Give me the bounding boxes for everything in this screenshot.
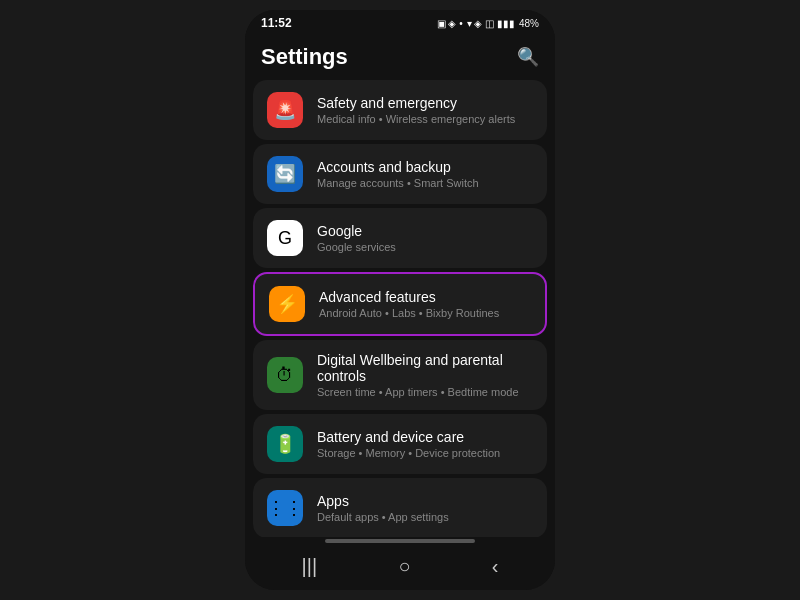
safety-subtitle: Medical info • Wireless emergency alerts: [317, 113, 533, 125]
search-icon[interactable]: 🔍: [517, 46, 539, 68]
advanced-icon: ⚡: [269, 286, 305, 322]
back-button[interactable]: ‹: [492, 555, 499, 578]
connectivity-icons: ▾ ◈ ◫ ▮▮▮: [467, 18, 515, 29]
wellbeing-subtitle: Screen time • App timers • Bedtime mode: [317, 386, 533, 398]
settings-list: 🚨Safety and emergencyMedical info • Wire…: [245, 76, 555, 537]
battery-text: Battery and device careStorage • Memory …: [317, 429, 533, 459]
battery-icon: 🔋: [267, 426, 303, 462]
status-time: 11:52: [261, 16, 292, 30]
recents-button[interactable]: |||: [302, 555, 318, 578]
accounts-subtitle: Manage accounts • Smart Switch: [317, 177, 533, 189]
advanced-text: Advanced featuresAndroid Auto • Labs • B…: [319, 289, 531, 319]
google-title: Google: [317, 223, 533, 239]
apps-icon: ⋮⋮: [267, 490, 303, 526]
home-button[interactable]: ○: [398, 555, 410, 578]
apps-title: Apps: [317, 493, 533, 509]
battery-subtitle: Storage • Memory • Device protection: [317, 447, 533, 459]
advanced-subtitle: Android Auto • Labs • Bixby Routines: [319, 307, 531, 319]
safety-text: Safety and emergencyMedical info • Wirel…: [317, 95, 533, 125]
page-title: Settings: [261, 44, 348, 70]
wellbeing-text: Digital Wellbeing and parental controlsS…: [317, 352, 533, 398]
apps-subtitle: Default apps • App settings: [317, 511, 533, 523]
settings-item-google[interactable]: GGoogleGoogle services: [253, 208, 547, 268]
battery-icon: 48%: [519, 18, 539, 29]
app-header: Settings 🔍: [245, 34, 555, 76]
settings-item-advanced[interactable]: ⚡Advanced featuresAndroid Auto • Labs • …: [253, 272, 547, 336]
safety-icon: 🚨: [267, 92, 303, 128]
settings-item-safety[interactable]: 🚨Safety and emergencyMedical info • Wire…: [253, 80, 547, 140]
google-text: GoogleGoogle services: [317, 223, 533, 253]
bottom-nav: ||| ○ ‹: [245, 547, 555, 590]
settings-item-apps[interactable]: ⋮⋮AppsDefault apps • App settings: [253, 478, 547, 537]
phone-frame: 11:52 ▣ ◈ • ▾ ◈ ◫ ▮▮▮ 48% Settings 🔍 🚨Sa…: [245, 10, 555, 590]
google-icon: G: [267, 220, 303, 256]
google-subtitle: Google services: [317, 241, 533, 253]
wellbeing-title: Digital Wellbeing and parental controls: [317, 352, 533, 384]
settings-item-accounts[interactable]: 🔄Accounts and backupManage accounts • Sm…: [253, 144, 547, 204]
status-icons: ▣ ◈ • ▾ ◈ ◫ ▮▮▮ 48%: [437, 18, 539, 29]
accounts-icon: 🔄: [267, 156, 303, 192]
status-bar: 11:52 ▣ ◈ • ▾ ◈ ◫ ▮▮▮ 48%: [245, 10, 555, 34]
settings-item-battery[interactable]: 🔋Battery and device careStorage • Memory…: [253, 414, 547, 474]
scroll-indicator: [325, 539, 475, 543]
safety-title: Safety and emergency: [317, 95, 533, 111]
advanced-title: Advanced features: [319, 289, 531, 305]
wellbeing-icon: ⏱: [267, 357, 303, 393]
apps-text: AppsDefault apps • App settings: [317, 493, 533, 523]
accounts-title: Accounts and backup: [317, 159, 533, 175]
accounts-text: Accounts and backupManage accounts • Sma…: [317, 159, 533, 189]
settings-item-wellbeing[interactable]: ⏱Digital Wellbeing and parental controls…: [253, 340, 547, 410]
battery-title: Battery and device care: [317, 429, 533, 445]
notification-icons: ▣ ◈ •: [437, 18, 463, 29]
